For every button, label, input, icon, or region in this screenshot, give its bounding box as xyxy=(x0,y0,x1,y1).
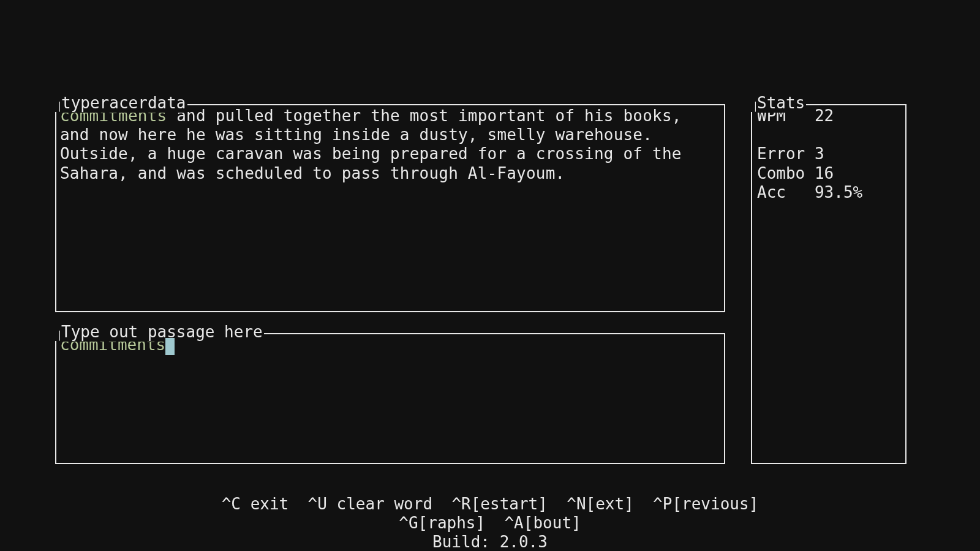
stat-combo-label: Combo xyxy=(757,164,805,182)
stats-panel: ┌ Stats WPM 22 Error 3 Combo 16 Acc 93.5… xyxy=(751,104,907,464)
stats-body: WPM 22 Error 3 Combo 16 Acc 93.5% xyxy=(752,105,905,206)
text-cursor xyxy=(165,338,175,355)
stat-combo-value: 16 xyxy=(815,164,834,182)
terminal-screen: ┌ typeracerdata commitments and pulled t… xyxy=(0,0,980,551)
passage-panel: ┌ typeracerdata commitments and pulled t… xyxy=(55,104,725,312)
footer-help: ^C exit ^U clear word ^R[estart] ^N[ext]… xyxy=(0,495,980,551)
passage-text: commitments and pulled together the most… xyxy=(56,105,724,187)
stat-row-error: Error 3 xyxy=(757,144,900,163)
passage-panel-title: typeracerdata xyxy=(60,94,187,113)
stat-acc-label: Acc xyxy=(757,183,786,201)
footer-build-line: Build: 2.0.3 xyxy=(0,533,980,551)
footer-shortcuts-line1: ^C exit ^U clear word ^R[estart] ^N[ext]… xyxy=(0,495,980,514)
stats-panel-title: Stats xyxy=(756,94,806,113)
footer-build-label: Build: xyxy=(432,533,500,551)
stat-row-combo: Combo 16 xyxy=(757,164,900,183)
stat-error-label: Error xyxy=(757,144,805,163)
stat-row-blank xyxy=(757,126,900,144)
input-panel-title: Type out passage here xyxy=(60,323,264,342)
stat-error-value: 3 xyxy=(815,144,824,163)
input-panel[interactable]: ┌ Type out passage here commitments xyxy=(55,333,725,464)
stat-row-acc: Acc 93.5% xyxy=(757,183,900,202)
footer-shortcuts-line2: ^G[raphs] ^A[bout] xyxy=(0,514,980,533)
stat-acc-value: 93.5% xyxy=(815,183,862,201)
stat-wpm-value: 22 xyxy=(815,107,834,125)
footer-build-version: 2.0.3 xyxy=(500,533,548,551)
